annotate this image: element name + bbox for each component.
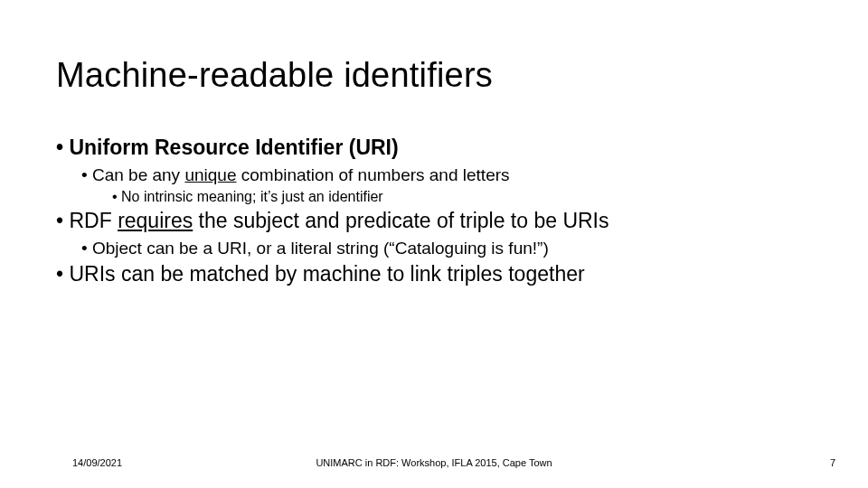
slide-number: 7 <box>830 457 835 468</box>
bullet-uri-unique: Can be any unique combination of numbers… <box>81 165 812 185</box>
slide: Machine-readable identifiers Uniform Res… <box>0 0 868 488</box>
text-fragment: RDF <box>69 209 118 232</box>
text-fragment: Can be any <box>92 165 184 184</box>
text-fragment: combination of numbers and letters <box>236 165 509 184</box>
text-fragment: the subject and predicate of triple to b… <box>193 209 609 232</box>
bullet-object-literal: Object can be a URI, or a literal string… <box>81 239 812 258</box>
bullet-uris-matched: URIs can be matched by machine to link t… <box>56 262 812 286</box>
text-underline: unique <box>184 165 236 184</box>
bullet-no-intrinsic: No intrinsic meaning; it’s just an ident… <box>112 189 812 205</box>
bullet-rdf-requires: RDF requires the subject and predicate o… <box>56 209 812 233</box>
slide-body: Uniform Resource Identifier (URI) Can be… <box>56 136 812 292</box>
text-underline: requires <box>118 209 193 232</box>
slide-title: Machine-readable identifiers <box>56 56 493 95</box>
bullet-uri: Uniform Resource Identifier (URI) <box>56 136 812 160</box>
footer-center: UNIMARC in RDF: Workshop, IFLA 2015, Cap… <box>0 457 868 468</box>
